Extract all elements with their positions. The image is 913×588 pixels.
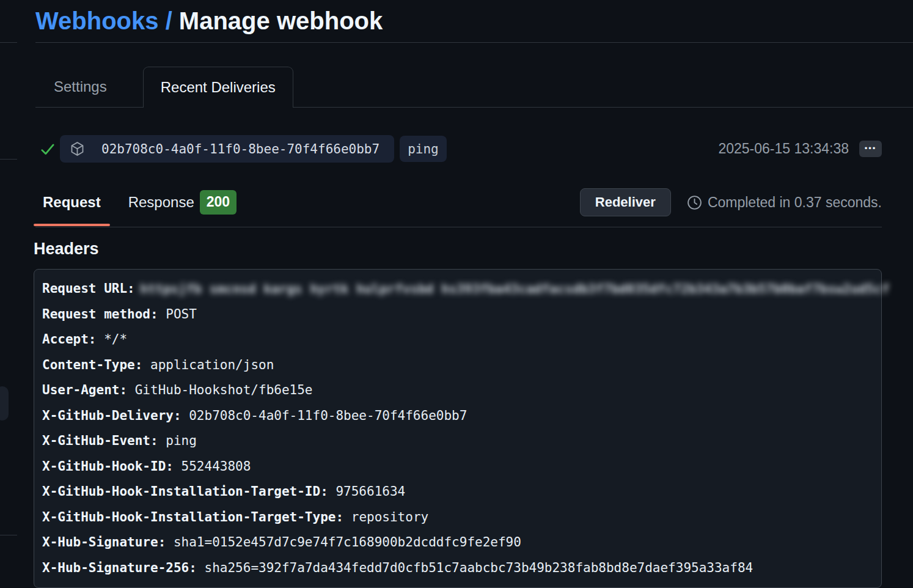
header-row: Request URL:httpsjfb smcnsd kargs hyrtk … bbox=[42, 276, 881, 302]
header-name: X-Hub-Signature: bbox=[42, 535, 166, 549]
header-row: X-Hub-Signature-256: sha256=392f7a7da434… bbox=[42, 556, 881, 581]
redacted-request-url: httpsjfb smcnsd kargs hyrtk hulprfvsbd h… bbox=[140, 278, 889, 300]
sidebar-selected-item[interactable] bbox=[0, 386, 9, 421]
header-row: X-GitHub-Delivery: 02b708c0-4a0f-11f0-8b… bbox=[42, 403, 881, 429]
header-row: X-GitHub-Hook-Installation-Target-Type: … bbox=[42, 505, 881, 531]
header-divider bbox=[35, 42, 913, 43]
headers-section-title: Headers bbox=[34, 240, 913, 259]
tab-response[interactable]: Response 200 bbox=[128, 190, 237, 215]
tab-settings[interactable]: Settings bbox=[35, 67, 125, 107]
header-name: X-GitHub-Hook-ID: bbox=[42, 459, 174, 474]
header-name: Request method: bbox=[42, 307, 158, 322]
header-value: application/json bbox=[142, 358, 274, 372]
delivery-event-badge: ping bbox=[400, 136, 447, 162]
sidebar-divider bbox=[0, 535, 17, 535]
header-name: Content-Type: bbox=[42, 358, 142, 372]
header-value: sha256=392f7a7da434fedd7d0cfb51c7aabcbc7… bbox=[197, 560, 753, 575]
header-name: X-GitHub-Hook-Installation-Target-Type: bbox=[42, 510, 343, 524]
sidebar-divider bbox=[0, 42, 17, 43]
header-name: X-GitHub-Event: bbox=[42, 433, 158, 448]
success-check-icon bbox=[40, 141, 56, 157]
header-row: X-GitHub-Hook-Installation-Target-ID: 97… bbox=[42, 479, 881, 505]
response-status-badge: 200 bbox=[200, 190, 237, 215]
header-value: GitHub-Hookshot/fb6e15e bbox=[127, 383, 312, 397]
page-title: Webhooks / Manage webhook bbox=[35, 6, 913, 35]
completed-duration-text: Completed in 0.37 seconds. bbox=[708, 194, 882, 211]
package-icon bbox=[69, 141, 86, 157]
breadcrumb-separator: / bbox=[159, 7, 179, 34]
tab-response-label: Response bbox=[128, 194, 194, 211]
tab-recent-deliveries[interactable]: Recent Deliveries bbox=[143, 67, 293, 108]
header-row: User-Agent: GitHub-Hookshot/fb6e15e bbox=[42, 378, 881, 403]
tab-request-label: Request bbox=[43, 194, 101, 210]
header-row: X-Hub-Signature: sha1=0152e457d7c9e74f7c… bbox=[42, 530, 881, 556]
webhook-tabnav: Settings Recent Deliveries bbox=[35, 67, 913, 108]
header-name: Accept: bbox=[42, 332, 97, 347]
sidebar-divider bbox=[0, 159, 17, 160]
header-row: X-GitHub-Hook-ID: 552443808 bbox=[42, 454, 881, 480]
header-name: X-GitHub-Hook-Installation-Target-ID: bbox=[42, 484, 328, 499]
delivery-row[interactable]: 02b708c0-4a0f-11f0-8bee-70f4f66e0bb7 pin… bbox=[35, 135, 882, 163]
header-row: X-GitHub-Event: ping bbox=[42, 428, 881, 454]
sidebar-sliver bbox=[0, 0, 17, 588]
header-name: X-GitHub-Delivery: bbox=[42, 408, 182, 423]
header-value: 552443808 bbox=[174, 459, 251, 474]
breadcrumb-current: Manage webhook bbox=[179, 7, 383, 34]
delivery-guid: 02b708c0-4a0f-11f0-8bee-70f4f66e0bb7 bbox=[101, 142, 380, 156]
header-row: Accept: */* bbox=[42, 327, 881, 353]
clock-icon bbox=[687, 195, 702, 210]
tab-request[interactable]: Request bbox=[43, 194, 101, 211]
breadcrumb-webhooks-link[interactable]: Webhooks bbox=[35, 7, 159, 34]
headers-code-block[interactable]: Request URL:httpsjfb smcnsd kargs hyrtk … bbox=[34, 269, 882, 588]
header-value: 02b708c0-4a0f-11f0-8bee-70f4f66e0bb7 bbox=[182, 408, 468, 423]
header-value: 975661634 bbox=[328, 484, 405, 499]
delivery-meta: 2025-06-15 13:34:38 ••• bbox=[718, 141, 882, 157]
header-value: POST bbox=[158, 307, 197, 322]
main-content: Webhooks / Manage webhook Settings Recen… bbox=[35, 0, 913, 588]
header-value: ping bbox=[158, 433, 197, 448]
header-name: Request URL: bbox=[42, 281, 135, 296]
header-value: repository bbox=[343, 510, 428, 524]
header-value: */* bbox=[97, 332, 128, 347]
delivery-options-button[interactable]: ••• bbox=[859, 141, 882, 157]
active-tab-underline bbox=[34, 224, 110, 226]
detail-divider bbox=[35, 227, 882, 227]
header-row: Content-Type: application/json bbox=[42, 353, 881, 378]
header-name: X-Hub-Signature-256: bbox=[42, 560, 197, 575]
header-name: User-Agent: bbox=[42, 383, 127, 397]
delivery-guid-chip[interactable]: 02b708c0-4a0f-11f0-8bee-70f4f66e0bb7 bbox=[60, 135, 394, 163]
delivery-timestamp: 2025-06-15 13:34:38 bbox=[718, 141, 849, 157]
delivery-actions: Redeliver Completed in 0.37 seconds. bbox=[580, 188, 882, 216]
header-row: Request method: POST bbox=[42, 302, 881, 328]
redeliver-button[interactable]: Redeliver bbox=[580, 188, 671, 216]
request-response-bar: Request Response 200 Redeliver Completed… bbox=[35, 188, 882, 217]
header-value: sha1=0152e457d7c9e74f7c168900b2dcddfc9fe… bbox=[166, 535, 521, 549]
